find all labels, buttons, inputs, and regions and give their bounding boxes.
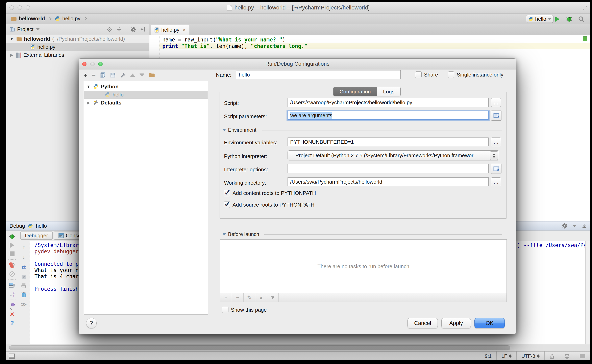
interpreter-options-expand-button[interactable] [491, 164, 501, 174]
encoding-widget[interactable]: UTF-8 [516, 351, 545, 360]
tab-debugger[interactable]: Debugger [20, 232, 53, 240]
copy-configuration-icon[interactable] [100, 72, 106, 78]
tree-item-hello[interactable]: hello [84, 91, 208, 99]
show-this-page-checkbox[interactable] [222, 307, 229, 313]
move-task-up-button[interactable]: ▲ [255, 293, 267, 302]
zoom-window-button[interactable] [26, 6, 30, 10]
tab-logs[interactable]: Logs [377, 87, 401, 97]
cancel-button[interactable]: Cancel [408, 318, 438, 328]
source-roots-checkbox[interactable]: ✓ [224, 202, 230, 208]
editor-tab-hello-py[interactable]: hello.py × [151, 25, 189, 35]
gear-icon[interactable] [562, 223, 568, 229]
run-configuration-selector[interactable]: hello [526, 15, 553, 23]
remove-configuration-button[interactable]: − [92, 72, 96, 79]
create-folder-icon[interactable] [149, 72, 155, 78]
scroll-to-end-icon[interactable] [21, 274, 27, 280]
help-icon[interactable]: ? [9, 320, 15, 326]
collapse-all-icon[interactable] [116, 26, 122, 32]
readonly-lock-widget[interactable] [545, 351, 559, 360]
restore-layout-icon[interactable] [9, 282, 15, 289]
toggle-toolwindows-icon[interactable] [9, 354, 15, 359]
tree-item-external-libraries[interactable]: ▶ External Libraries [6, 51, 149, 59]
tree-group-python[interactable]: ▼ Python [84, 83, 208, 91]
tree-item-hello-py[interactable]: hello.py [6, 43, 149, 51]
collapsed-arrow-icon[interactable]: ▶ [9, 52, 14, 57]
combo-stepper-icon[interactable] [490, 151, 498, 160]
script-parameters-expand-button[interactable] [491, 110, 501, 121]
single-instance-checkbox[interactable] [448, 72, 454, 78]
inspection-status-icon[interactable] [583, 36, 587, 41]
tree-group-defaults[interactable]: ▶ Defaults [84, 99, 208, 107]
chevron-down-icon[interactable] [573, 225, 576, 227]
mute-breakpoints-icon[interactable] [9, 271, 15, 277]
print-icon[interactable] [21, 283, 27, 288]
gear-icon[interactable] [130, 26, 136, 32]
close-tab-icon[interactable]: × [183, 27, 186, 33]
content-roots-checkbox[interactable]: ✓ [224, 190, 230, 196]
interpreter-options-input[interactable] [288, 164, 489, 173]
minimize-panel-icon[interactable] [581, 223, 587, 229]
expanded-arrow-icon[interactable]: ▼ [9, 37, 14, 41]
close-panel-icon[interactable]: × [9, 311, 15, 318]
add-configuration-button[interactable]: + [84, 72, 87, 79]
script-input[interactable]: /Users/swaroop/PycharmProjects/helloworl… [288, 98, 489, 107]
up-stack-frame-icon[interactable]: ↑ [22, 244, 25, 250]
zoom-dialog-button[interactable] [98, 62, 103, 66]
stop-process-icon[interactable] [9, 251, 15, 257]
script-parameters-input[interactable]: we are arguments [288, 111, 489, 120]
chevron-down-icon[interactable] [36, 28, 40, 30]
scrollbar-thumb[interactable] [9, 345, 510, 350]
ok-button[interactable]: OK [474, 318, 505, 328]
tab-configuration[interactable]: Configuration [333, 87, 377, 97]
event-log-widget[interactable] [575, 351, 590, 360]
horizontal-scrollbar[interactable] [6, 344, 590, 351]
tree-item-project-root[interactable]: ▼ helloworld (~/PycharmProjects/hellowor… [6, 35, 149, 43]
minimize-window-button[interactable] [18, 6, 22, 10]
before-launch-section-header[interactable]: Before launch [222, 231, 259, 237]
move-task-down-button[interactable]: ▼ [267, 293, 279, 302]
more-options-icon[interactable]: ≫ [21, 301, 27, 308]
down-stack-frame-icon[interactable]: ↓ [22, 254, 25, 260]
rerun-debug-icon[interactable] [9, 233, 15, 240]
help-button[interactable]: ? [86, 318, 97, 328]
script-browse-button[interactable]: … [491, 98, 501, 107]
breadcrumb-file[interactable]: hello.py [62, 15, 81, 22]
hide-panel-icon[interactable] [140, 26, 146, 32]
add-task-button[interactable]: + [220, 293, 232, 302]
line-ending-widget[interactable]: LF [496, 351, 516, 360]
environment-section-header[interactable]: Environment [222, 127, 256, 133]
caret-position-widget[interactable]: 9:1 [480, 351, 496, 360]
environment-variables-input[interactable]: PYTHONUNBUFFERED=1 [288, 137, 489, 146]
close-dialog-button[interactable] [82, 62, 87, 66]
fullscreen-icon[interactable] [582, 5, 587, 10]
save-configuration-icon[interactable] [110, 72, 116, 78]
share-checkbox[interactable] [415, 72, 422, 78]
move-down-icon[interactable] [140, 73, 144, 77]
locate-file-icon[interactable] [107, 26, 112, 32]
expanded-arrow-icon[interactable]: ▼ [86, 84, 91, 89]
breadcrumb-project[interactable]: helloworld [19, 15, 45, 22]
view-breakpoints-icon[interactable] [9, 262, 15, 269]
remove-task-button[interactable]: − [232, 293, 244, 302]
pin-tab-icon[interactable] [9, 302, 15, 309]
collapsed-arrow-icon[interactable]: ▶ [86, 100, 91, 105]
environment-variables-browse-button[interactable]: … [491, 137, 501, 146]
edit-task-button[interactable]: ✎ [244, 293, 255, 302]
console-vertical-scrollbar[interactable] [585, 240, 590, 344]
apply-button[interactable]: Apply [441, 318, 471, 328]
debug-button[interactable] [565, 16, 573, 22]
close-window-button[interactable] [9, 6, 14, 10]
before-launch-task-list[interactable]: There are no tasks to run before launch … [220, 239, 507, 302]
working-directory-browse-button[interactable]: … [491, 177, 501, 186]
working-directory-input[interactable]: /Users/swa/PycharmProjects/helloworld [288, 177, 489, 186]
name-input[interactable]: hello [236, 70, 401, 79]
sort-alphabetically-icon[interactable]: ↓az [9, 291, 15, 297]
search-icon[interactable] [578, 16, 585, 22]
edit-defaults-icon[interactable] [120, 72, 126, 78]
run-button[interactable] [554, 16, 560, 22]
resume-program-icon[interactable] [9, 242, 15, 248]
python-interpreter-select[interactable]: Project Default (Python 2.7.5 (/System/L… [288, 150, 499, 161]
highlighting-level-widget[interactable] [559, 351, 575, 360]
move-up-icon[interactable] [130, 73, 135, 77]
clear-console-icon[interactable] [21, 292, 27, 298]
